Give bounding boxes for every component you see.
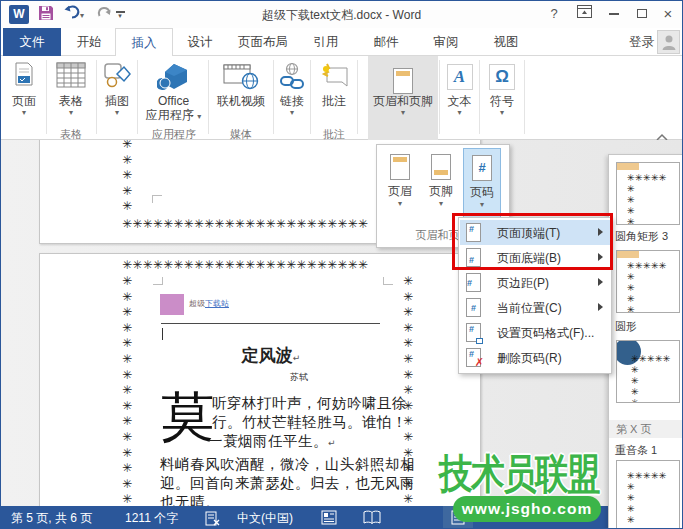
page-number-gallery: ✳✳✳✳✳ ✳ ✳ ✳ ✳ 圆角矩形 3 ✳✳✳✳✳ ✳ ✳ ✳ ✳ 圆形 ✳✳… — [608, 154, 683, 529]
table-button[interactable]: 表格 ▾ — [48, 58, 94, 134]
poem-line: 料峭春风吹酒醒，微冷，山头斜照却相 — [160, 455, 415, 474]
help-button[interactable]: ? — [541, 4, 567, 24]
tab-design[interactable]: 设计 — [177, 28, 223, 56]
customize-qat-button[interactable]: ▾ — [114, 9, 126, 28]
gallery-label-accent-bar: 重音条 1 — [615, 443, 657, 458]
footer-caret: ▾ — [422, 200, 460, 208]
online-video-icon — [223, 62, 259, 90]
gallery-thumb-circle[interactable]: ✳✳✳✳✳ ✳ ✳ ✳ ✳ — [616, 250, 680, 313]
gallery-thumb-accent-bar[interactable]: ✳✳✳✳✳ ✳ ✳ ✳ ✳ — [616, 460, 680, 529]
tab-file[interactable]: 文件 — [3, 28, 61, 56]
comments-button[interactable]: 批注 — [312, 58, 356, 134]
close-button[interactable]: × — [655, 4, 681, 24]
ribbon-divider — [96, 60, 97, 134]
illustrations-button[interactable]: 插图 ▾ — [98, 58, 136, 134]
page1-border-bottom: ✳✳✳✳✳✳✳✳✳✳✳✳✳✳✳✳✳✳✳✳✳✳✳✳ — [122, 217, 416, 231]
header-caret: ▾ — [381, 200, 419, 208]
pages-button[interactable]: 页面 ▾ — [4, 58, 44, 134]
header-hyperlink[interactable]: 超级下载站 — [189, 298, 229, 309]
links-button[interactable]: 链接 ▾ — [275, 58, 309, 134]
office-apps-button[interactable]: Office 应用程序 ▾ — [140, 58, 207, 134]
word-logo-icon: W — [9, 5, 29, 24]
red-x-icon: ✗ — [475, 356, 484, 369]
document-page-2[interactable]: ✳✳✳✳✳✳✳✳✳✳✳✳✳✳✳✳✳✳✳✳✳✳✳✳ ✳✳✳✳✳✳✳✳✳✳✳✳✳✳✳… — [39, 253, 481, 506]
proofing-status-icon[interactable] — [205, 510, 221, 529]
drop-cap: 莫 — [161, 392, 214, 442]
illustrations-label: 插图 — [98, 94, 136, 108]
status-bar: 第 5 页, 共 6 页 1211 个字 中文(中国) — [1, 506, 682, 529]
read-mode-button[interactable] — [363, 510, 381, 528]
thumb-header-bar — [617, 163, 639, 170]
maximize-button[interactable] — [629, 4, 655, 24]
footer-icon — [431, 154, 451, 180]
undo-button[interactable] — [62, 5, 82, 24]
maximize-icon — [637, 9, 647, 18]
symbols-icon: Ω — [489, 64, 515, 90]
tab-home[interactable]: 开始 — [65, 28, 113, 56]
person-icon — [662, 34, 676, 50]
tab-review[interactable]: 审阅 — [423, 28, 469, 56]
footer-button[interactable]: 页脚 ▾ — [422, 148, 460, 221]
header-footer-button[interactable]: 页眉和页脚 ▾ — [368, 56, 438, 140]
undo-dropdown-caret[interactable]: ▾ — [80, 11, 84, 20]
links-icon — [280, 62, 304, 90]
language-indicator[interactable]: 中文(中国) — [237, 506, 293, 529]
office-apps-icon — [157, 62, 191, 94]
tab-mailings[interactable]: 邮件 — [363, 28, 409, 56]
poem-author: 苏轼 — [290, 371, 308, 384]
poem-line: 迎。回首向来萧瑟处。归去，也无风雨 — [160, 474, 415, 493]
user-avatar[interactable] — [657, 30, 680, 54]
page-number-icon: # — [472, 155, 492, 181]
print-layout-button[interactable] — [443, 506, 473, 529]
menu-item-current-position[interactable]: # 当前位置(C) — [460, 295, 610, 320]
office-apps-label-2-text: 应用程序 — [146, 108, 194, 122]
gallery-group-header: 第 X 页 — [609, 420, 683, 438]
ribbon-divider — [524, 60, 525, 134]
ribbon-divider — [439, 60, 440, 134]
poem-line: 行。竹杖芒鞋轻胜马。谁怕！ — [212, 413, 407, 432]
ribbon: 页面 ▾ 表格 ▾ 插图 ▾ — [1, 56, 682, 140]
text-label: 文本 — [441, 94, 478, 108]
ribbon-display-options-button[interactable] — [571, 4, 597, 24]
submenu-arrow-icon — [598, 303, 603, 311]
word-count[interactable]: 1211 个字 — [125, 506, 178, 529]
header-image[interactable] — [160, 294, 184, 315]
online-video-button[interactable]: 联机视频 — [210, 58, 272, 134]
page2-border-left: ✳✳✳✳✳✳✳✳✳✳✳✳✳✳✳ — [122, 274, 135, 506]
office-apps-caret: ▾ — [197, 112, 201, 121]
save-icon — [38, 5, 54, 21]
menu-item-format-page-numbers[interactable]: # 设置页码格式(F)... — [460, 320, 610, 345]
title-bar: W ▾ ▾ 超级下载text文档.docx - Word ? — [1, 1, 682, 28]
format-grid — [476, 338, 483, 344]
thumb-preview-text: ✳✳✳✳✳ ✳ ✳ ✳ ✳ — [627, 172, 667, 225]
header-footer-label: 页眉和页脚 — [368, 94, 438, 108]
minimize-button[interactable] — [601, 4, 627, 24]
ribbon-display-icon — [577, 5, 592, 18]
tab-references[interactable]: 引用 — [303, 28, 349, 56]
gallery-thumb-rounded-rect[interactable]: ✳✳✳✳✳ ✳ ✳ ✳ ✳ — [616, 162, 680, 225]
online-video-label: 联机视频 — [210, 94, 272, 108]
header-button[interactable]: 页眉 ▾ — [381, 148, 419, 221]
save-button[interactable] — [36, 5, 56, 24]
gallery-label-rounded-rect: 圆角矩形 3 — [615, 229, 668, 244]
pages-label: 页面 — [4, 94, 44, 108]
text-button[interactable]: A 文本 ▾ — [441, 58, 478, 134]
symbols-button[interactable]: Ω 符号 ▾ — [481, 58, 523, 134]
hash-glyph: # — [469, 350, 474, 359]
ribbon-divider — [310, 60, 311, 134]
window-title: 超级下载text文档.docx - Word — [151, 7, 532, 24]
tab-insert[interactable]: 插入 — [115, 28, 173, 57]
gallery-thumb-page-x[interactable]: ✳✳✳✳✳ ✳ ✳ ✳ ✳ — [616, 340, 680, 403]
menu-item-page-margins[interactable]: # 页边距(P) — [460, 270, 610, 295]
page-number-button[interactable]: # 页码 ▾ — [463, 148, 501, 221]
submenu-arrow-icon — [598, 278, 603, 286]
tab-view[interactable]: 视图 — [483, 28, 529, 56]
page-indicator[interactable]: 第 5 页, 共 6 页 — [11, 506, 92, 529]
menu-item-remove-page-numbers[interactable]: #✗ 删除页码(R) — [460, 345, 610, 370]
tab-page-layout[interactable]: 页面布局 — [227, 28, 299, 56]
header-label: 页眉 — [381, 183, 419, 200]
redo-button[interactable] — [93, 5, 113, 24]
macro-recording-icon[interactable] — [321, 510, 337, 528]
sign-in-link[interactable]: 登录 — [629, 28, 654, 56]
hash-glyph: # — [473, 160, 491, 175]
